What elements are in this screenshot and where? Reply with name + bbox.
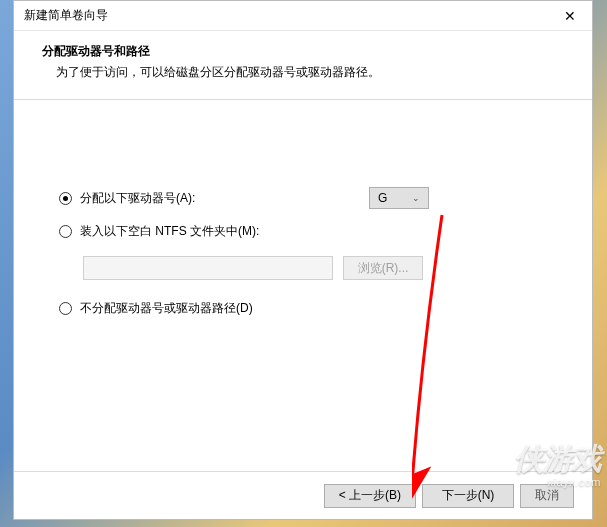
watermark-logo: 侠游戏: [514, 442, 601, 477]
page-title: 分配驱动器号和路径: [42, 43, 564, 60]
header-section: 分配驱动器号和路径 为了便于访问，可以给磁盘分区分配驱动器号或驱动器路径。: [14, 31, 592, 100]
browse-button: 浏览(R)...: [343, 256, 423, 280]
drive-letter-select[interactable]: G ⌄: [369, 187, 429, 209]
next-button[interactable]: 下一步(N): [422, 484, 514, 508]
wizard-dialog: 新建简单卷向导 ✕ 分配驱动器号和路径 为了便于访问，可以给磁盘分区分配驱动器号…: [13, 0, 593, 520]
window-title: 新建简单卷向导: [24, 7, 108, 24]
option-assign-drive[interactable]: 分配以下驱动器号(A): G ⌄: [59, 190, 547, 207]
label-none: 不分配驱动器号或驱动器路径(D): [80, 300, 253, 317]
mount-path-input: [83, 256, 333, 280]
content-area: 分配以下驱动器号(A): G ⌄ 装入以下空白 NTFS 文件夹中(M): 浏览…: [14, 100, 592, 471]
close-icon: ✕: [564, 8, 576, 24]
page-description: 为了便于访问，可以给磁盘分区分配驱动器号或驱动器路径。: [42, 64, 564, 81]
option-mount-folder[interactable]: 装入以下空白 NTFS 文件夹中(M):: [59, 223, 547, 240]
label-assign: 分配以下驱动器号(A):: [80, 190, 195, 207]
mount-path-row: 浏览(R)...: [83, 256, 547, 280]
watermark-url: xiayx.com: [514, 476, 601, 489]
radio-mount[interactable]: [59, 225, 72, 238]
chevron-down-icon: ⌄: [412, 193, 420, 203]
back-button[interactable]: < 上一步(B): [324, 484, 416, 508]
drive-letter-value: G: [378, 191, 387, 205]
footer-buttons: < 上一步(B) 下一步(N) 取消: [14, 471, 592, 519]
close-button[interactable]: ✕: [547, 1, 592, 31]
label-mount: 装入以下空白 NTFS 文件夹中(M):: [80, 223, 259, 240]
option-no-assign[interactable]: 不分配驱动器号或驱动器路径(D): [59, 300, 547, 317]
titlebar: 新建简单卷向导 ✕: [14, 1, 592, 31]
radio-none[interactable]: [59, 302, 72, 315]
watermark: 侠游戏 xiayx.com: [514, 442, 601, 489]
radio-assign[interactable]: [59, 192, 72, 205]
